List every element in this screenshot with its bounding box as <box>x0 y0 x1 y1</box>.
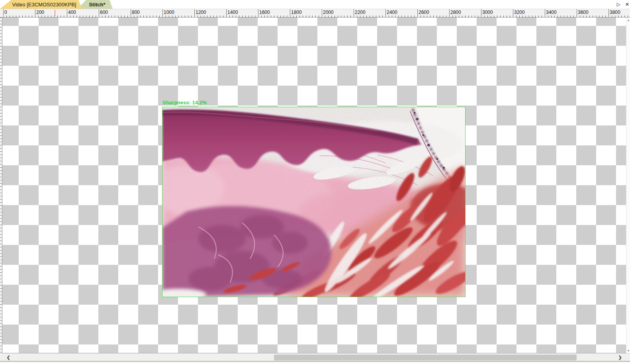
ruler-tick <box>0 304 2 305</box>
ruler-cursor-marker <box>55 10 55 16</box>
scroll-down-icon[interactable]: ▾ <box>626 349 630 352</box>
ruler-label: 2600 <box>419 10 429 15</box>
ruler-tick <box>338 16 338 17</box>
ruler-tick <box>0 135 2 136</box>
ruler-tick <box>299 16 300 17</box>
ruler-tick <box>0 27 2 27</box>
ruler-tick <box>0 276 2 276</box>
ruler-tick <box>45 16 45 17</box>
ruler-tick <box>0 279 2 279</box>
scroll-up-icon[interactable]: ▴ <box>626 18 630 22</box>
ruler-tick <box>150 16 150 17</box>
ruler-tick <box>529 16 529 17</box>
ruler-tick <box>0 148 2 149</box>
ruler-tick <box>0 68 2 69</box>
ruler-tick <box>0 241 2 241</box>
ruler-tick <box>10 16 10 17</box>
close-tab-icon[interactable]: ✕ <box>625 0 629 9</box>
ruler-tick <box>19 16 20 17</box>
ruler-tick <box>0 145 2 145</box>
ruler-label: 2000 <box>323 10 334 15</box>
ruler-tick <box>0 43 2 43</box>
ruler-tick <box>25 16 26 17</box>
ruler-tick <box>207 16 207 17</box>
ruler-tick <box>433 16 434 17</box>
ruler-tick <box>296 16 297 17</box>
ruler-label: 2800 <box>450 10 461 15</box>
scroll-left-icon[interactable]: ❮ <box>3 354 14 361</box>
ruler-label: 1400 <box>227 10 238 15</box>
tab-stitch[interactable]: Stitch* <box>78 0 113 9</box>
ruler-tick <box>487 16 488 17</box>
ruler-tick <box>507 16 507 17</box>
ruler-tick <box>427 16 427 17</box>
ruler-tick <box>274 16 274 17</box>
stitch-canvas-viewport[interactable]: Sharpness: 14.2% <box>2 18 626 353</box>
ruler-tick <box>389 16 389 17</box>
ruler-tick <box>0 59 2 59</box>
tab-video-camera[interactable]: Video [E3CMOS02300KPB] <box>0 0 82 9</box>
ruler-label: 0 <box>4 10 7 15</box>
ruler-tick <box>401 16 402 17</box>
vertical-ruler <box>0 18 2 353</box>
ruler-tick <box>156 16 157 17</box>
ruler-tick <box>290 9 290 17</box>
ruler-tick <box>86 16 86 17</box>
ruler-tick <box>0 314 2 314</box>
ruler-tick <box>0 88 2 88</box>
ruler-tick <box>472 16 472 17</box>
ruler-tick <box>268 16 268 17</box>
ruler-tick <box>322 9 322 17</box>
ruler-tick <box>16 16 16 17</box>
ruler-tick <box>96 16 96 17</box>
ruler-tick <box>0 272 2 273</box>
vertical-scrollbar[interactable]: ▴ ▾ <box>626 18 630 353</box>
ruler-tick <box>0 221 2 222</box>
scrollbar-thumb[interactable] <box>274 354 577 360</box>
ruler-tick <box>602 16 603 17</box>
ruler-tick <box>519 16 520 17</box>
ruler-tick <box>0 94 2 94</box>
ruler-label: 3800 <box>610 10 620 15</box>
scroll-right-icon[interactable]: ❯ <box>615 354 625 361</box>
ruler-tick <box>0 183 2 184</box>
ruler-tick <box>13 16 13 17</box>
ruler-tick <box>0 119 2 120</box>
ruler-tick <box>226 9 227 17</box>
ruler-tick <box>456 16 456 17</box>
ruler-label: 800 <box>132 10 140 15</box>
ruler-tick <box>551 16 552 17</box>
ruler-tick <box>0 81 2 82</box>
ruler-tick <box>178 16 179 17</box>
ruler-tick <box>80 16 80 17</box>
ruler-tick <box>252 16 252 17</box>
ruler-tick <box>382 16 383 17</box>
ruler-tick <box>0 170 2 171</box>
nuclei-speckle-overlay <box>162 107 465 297</box>
ruler-tick <box>271 16 271 17</box>
ruler-tick <box>341 16 341 17</box>
ruler-tick <box>0 218 2 219</box>
histology-image <box>162 107 465 297</box>
ruler-tick <box>516 16 517 17</box>
ruler-tick <box>233 16 233 17</box>
ruler-tick <box>459 16 459 17</box>
ruler-tick <box>99 9 99 17</box>
ruler-tick <box>615 16 615 17</box>
ruler-tick <box>319 16 319 17</box>
ruler-tick <box>0 123 2 123</box>
ruler-tick <box>465 16 466 17</box>
sharpness-readout: Sharpness: 14.2% <box>162 100 207 106</box>
ruler-tick <box>475 16 475 17</box>
ruler-tick <box>586 16 587 17</box>
ruler-label: 1000 <box>164 10 174 15</box>
scroll-tabs-right-icon[interactable]: ▷ <box>617 0 620 9</box>
ruler-label: 1600 <box>259 10 270 15</box>
ruler-tick <box>462 16 462 17</box>
horizontal-scrollbar[interactable]: ❮ ❯ <box>0 353 630 361</box>
ruler-tick <box>440 16 440 17</box>
ruler-tick <box>411 16 411 17</box>
ruler-tick <box>0 346 2 346</box>
ruler-tick <box>105 16 106 17</box>
ruler-tick <box>589 16 590 17</box>
